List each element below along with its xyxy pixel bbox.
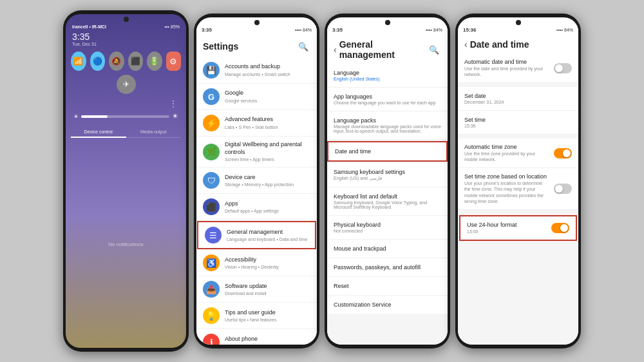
- phone4-setdate-sub: December 31, 2024: [464, 100, 572, 104]
- settings-item-tips[interactable]: 💡 Tips and user guide Useful tips • New …: [196, 303, 317, 329]
- phone4-setdate-title: Set date: [464, 93, 572, 99]
- phone4-auto-datetime-item[interactable]: Automatic date and time Use the date and…: [458, 53, 578, 83]
- settings-item-accessibility[interactable]: ♿ Accessibility Vision • Hearing • Dexte…: [196, 250, 317, 276]
- phone3-custom-item[interactable]: Customization Service: [327, 296, 448, 314]
- phone3-physkbd-sub: Not connected: [334, 229, 441, 233]
- settings-item-software[interactable]: 📥 Software update Download and install: [196, 276, 317, 303]
- phone4-auto-timezone-title: Automatic time zone: [464, 144, 549, 150]
- apps-title: Apps: [225, 200, 310, 208]
- phone4-24hr-knob: [560, 224, 568, 232]
- phone4-auto-timezone-item[interactable]: Automatic time zone Use the time zone pr…: [458, 138, 578, 168]
- more-options-btn[interactable]: ⋮: [71, 98, 181, 108]
- phone3-search-btn[interactable]: 🔍: [428, 43, 441, 57]
- phone4-location-tz-item[interactable]: Set time zone based on location Use your…: [458, 168, 578, 209]
- phone2-status-bar: 3:35 ▪▪▪▪ 84%: [196, 25, 317, 34]
- phone3-battery: 84%: [433, 28, 442, 32]
- phone4-auto-timezone-toggle[interactable]: [554, 148, 572, 158]
- settings-item-general[interactable]: ☰ General management Language and keyboa…: [197, 221, 316, 249]
- settings-item-devicecare[interactable]: 🛡 Device care Storage • Memory • App pro…: [196, 167, 317, 194]
- wifi-icon[interactable]: 📶: [71, 52, 86, 71]
- phone4-back-btn[interactable]: ‹ Date and time: [464, 39, 529, 50]
- phone3-mouse-item[interactable]: Mouse and trackpad: [327, 240, 448, 258]
- phone-4-screen: 15:36 ▪▪▪▪ 84% ‹ Date and time Automatic…: [458, 17, 578, 345]
- apps-icon: ⬛: [203, 198, 220, 215]
- camera-dot-2: [254, 20, 260, 25]
- brightness-control[interactable]: ☀ ☀: [71, 112, 181, 120]
- wellbeing-sub: Screen time • App timers: [225, 157, 310, 162]
- settings-quick-icon[interactable]: ⚙: [166, 52, 182, 71]
- sound-icon[interactable]: 🔕: [109, 52, 124, 71]
- devicecare-icon: 🛡: [203, 172, 220, 189]
- settings-item-accounts[interactable]: 💾 Accounts and backup Manage accounts • …: [196, 57, 317, 84]
- settings-item-apps[interactable]: ⬛ Apps Default apps • App settings: [196, 194, 317, 220]
- qs-row-1: 📶 🔵 🔕 ⬛ 🔋 ⚙: [71, 52, 181, 71]
- phone3-datetime-item[interactable]: Date and time: [327, 141, 448, 162]
- phone3-reset-item[interactable]: Reset: [327, 277, 448, 296]
- general-title: General management: [227, 229, 308, 236]
- settings-item-google[interactable]: G Google Google services: [196, 84, 317, 110]
- general-text: General management Language and keyboard…: [227, 229, 308, 243]
- phone4-auto-timezone-text: Automatic time zone Use the time zone pr…: [464, 144, 549, 162]
- phone3-language-sub: English (United States): [334, 77, 441, 81]
- apps-sub: Default apps • App settings: [225, 208, 310, 214]
- phone3-physkbd-item[interactable]: Physical keyboard Not connected: [327, 216, 448, 240]
- phone4-auto-datetime-toggle[interactable]: [554, 63, 572, 73]
- phone2-battery: 84%: [303, 28, 312, 32]
- phone3-back-btn[interactable]: ‹ General management: [334, 39, 428, 60]
- brightness-high-icon: ☀: [172, 112, 178, 120]
- phone4-location-tz-knob: [555, 185, 563, 193]
- phone4-setdate-item[interactable]: Set date December 31, 2024: [458, 87, 578, 111]
- tips-title: Tips and user guide: [225, 309, 310, 317]
- phone2-status-icons: ▪▪▪▪ 84%: [295, 28, 312, 32]
- phone3-keyboard-item[interactable]: Samsung keyboard settings English (US) a…: [327, 163, 448, 187]
- status-icons: ▪▪▪ 85%: [165, 24, 180, 29]
- settings-item-wellbeing[interactable]: 🌿 Digital Wellbeing and parental control…: [196, 137, 317, 167]
- phone4-settime-title: Set time: [464, 117, 572, 123]
- brightness-bar[interactable]: [81, 115, 169, 118]
- phone4-24hr-text: Use 24-hour format 13:00: [467, 222, 546, 234]
- phone3-langpacks-sub: Manage downloadable language packs used …: [334, 124, 441, 133]
- airplane-icon[interactable]: ✈: [117, 75, 136, 94]
- advanced-sub: Labs • S Pen • Side button: [225, 124, 310, 130]
- phone2-settings-list: 💾 Accounts and backup Manage accounts • …: [196, 57, 317, 345]
- phone-3-screen: 3:35 ▪▪▪▪ 84% ‹ General management 🔍 Lan…: [327, 17, 448, 345]
- tips-icon: 💡: [203, 307, 220, 324]
- phone3-language-item[interactable]: Language English (United States): [327, 64, 448, 88]
- back-arrow-icon: ‹: [334, 44, 337, 55]
- media-output-tab[interactable]: Media output: [126, 127, 182, 138]
- phone3-passwords-item[interactable]: Passwords, passkeys, and autofill: [327, 258, 448, 277]
- phone4-24hr-sub: 13:00: [467, 229, 546, 234]
- phone2-signal-icon: ▪▪▪▪: [295, 28, 301, 32]
- settings-item-aboutphone[interactable]: ℹ About phone Status • Legal information…: [196, 329, 317, 345]
- phone2-settings-group: 💾 Accounts and backup Manage accounts • …: [196, 57, 317, 345]
- phone4-24hr-toggle[interactable]: [551, 223, 569, 233]
- camera-dot-3: [385, 20, 390, 25]
- accessibility-title: Accessibility: [225, 256, 310, 264]
- camera-dot-1: [124, 17, 129, 22]
- phone3-langpacks-item[interactable]: Language packs Manage downloadable langu…: [327, 111, 448, 140]
- accounts-sub: Manage accounts • Smart switch: [225, 71, 310, 77]
- phone-3: 3:35 ▪▪▪▪ 84% ‹ General management 🔍 Lan…: [325, 14, 450, 348]
- phone4-settime-item[interactable]: Set time 15:36: [458, 111, 578, 135]
- accessibility-text: Accessibility Vision • Hearing • Dexteri…: [225, 256, 310, 271]
- phone3-keyboard-title: Samsung keyboard settings: [334, 169, 441, 175]
- nfc-icon[interactable]: ⬛: [128, 52, 144, 71]
- phone3-datetime-title: Date and time: [335, 148, 440, 155]
- devicecare-text: Device care Storage • Memory • App prote…: [225, 174, 310, 188]
- phone2-header: Settings 🔍: [196, 34, 317, 57]
- advanced-text: Advanced features Labs • S Pen • Side bu…: [225, 116, 310, 130]
- phone4-auto-datetime-knob: [555, 64, 563, 72]
- phones-container: Irancell • IR-MCI ▪▪▪ 85% 3:35 Tue, Dec …: [58, 0, 586, 362]
- phone4-location-tz-toggle[interactable]: [554, 184, 572, 194]
- phone3-header: ‹ General management 🔍: [327, 34, 448, 64]
- phone3-applang-item[interactable]: App languages Choose the language you wa…: [327, 88, 448, 111]
- bluetooth-icon[interactable]: 🔵: [90, 52, 106, 71]
- battery-text: 85%: [171, 24, 180, 29]
- phone2-search-btn[interactable]: 🔍: [296, 39, 310, 53]
- phone3-keyboardlist-item[interactable]: Keyboard list and default Samsung Keyboa…: [327, 187, 448, 216]
- phone4-auto-timezone-sub: Use the time zone provided by your mobil…: [464, 151, 549, 162]
- phone4-24hr-item[interactable]: Use 24-hour format 13:00: [459, 215, 577, 241]
- battery-icon[interactable]: 🔋: [147, 52, 162, 71]
- device-control-tab[interactable]: Device control: [71, 127, 126, 138]
- settings-item-advanced[interactable]: ⚡ Advanced features Labs • S Pen • Side …: [196, 110, 317, 137]
